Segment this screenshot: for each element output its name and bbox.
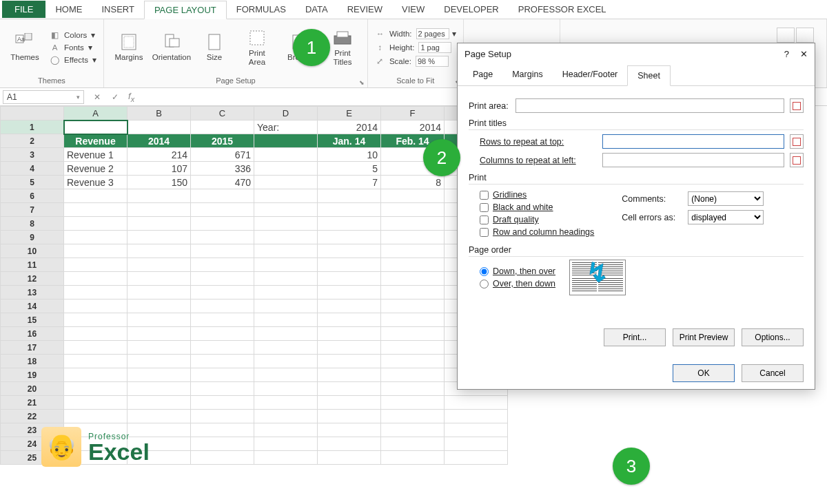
over-down-radio[interactable] — [480, 280, 489, 288]
bw-check[interactable] — [480, 203, 489, 212]
cell-c3[interactable]: 671 — [191, 148, 254, 162]
row-3[interactable]: 3 — [1, 148, 64, 162]
cell-d1[interactable]: Year: — [254, 120, 318, 134]
col-e[interactable]: E — [318, 107, 381, 120]
print-button[interactable]: Print... — [604, 328, 666, 346]
dialog-help-icon[interactable]: ? — [784, 49, 789, 59]
col-c[interactable]: C — [191, 107, 254, 120]
print-area-button[interactable]: Print Area — [238, 27, 276, 67]
group-page-setup-label: Page Setup⬊ — [104, 75, 367, 87]
tab-view[interactable]: VIEW — [392, 1, 434, 18]
col-b[interactable]: B — [127, 107, 191, 120]
cancel-fx-icon[interactable]: ✕ — [88, 92, 106, 102]
page-setup-dialog: Page Setup ? ✕ Page Margins Header/Foote… — [457, 43, 815, 390]
dlg-tab-sheet[interactable]: Sheet — [627, 65, 671, 86]
tab-formulas[interactable]: FORMULAS — [227, 1, 296, 18]
size-button[interactable]: Size — [195, 31, 234, 63]
row-2[interactable]: 2 — [1, 134, 64, 148]
group-scale-to-fit: ↔Width: 2 pages ▾ ↕Height: 1 pag ⤢Scale:… — [368, 19, 464, 87]
cellerrors-select[interactable]: displayed — [688, 210, 764, 224]
tab-page-layout[interactable]: PAGE LAYOUT — [144, 1, 227, 19]
name-box[interactable]: A1 — [3, 90, 84, 104]
dlg-tab-headerfooter[interactable]: Header/Footer — [553, 65, 628, 85]
col-f[interactable]: F — [381, 107, 445, 120]
group-themes: Aa Themes ◧Colors ▾ AFonts ▾ ◯Effects ▾ … — [0, 19, 104, 87]
print-area-input[interactable] — [515, 98, 784, 113]
tab-review[interactable]: REVIEW — [338, 1, 392, 18]
tab-file[interactable]: FILE — [2, 1, 45, 18]
print-preview-button[interactable]: Print Preview — [673, 328, 735, 346]
comments-select[interactable]: (None) — [688, 191, 764, 206]
size-icon — [204, 32, 225, 52]
dialog-close-icon[interactable]: ✕ — [800, 49, 808, 59]
cell-e5[interactable]: 7 — [318, 176, 381, 189]
themes-button[interactable]: Aa Themes — [6, 31, 44, 63]
rows-repeat-input[interactable] — [602, 134, 784, 149]
cell-a2[interactable]: Revenue — [64, 134, 127, 148]
cell-e1[interactable]: 2014 — [318, 120, 381, 134]
colors-btn[interactable]: ◧Colors ▾ — [48, 30, 98, 41]
col-a[interactable]: A — [64, 107, 127, 120]
tab-data[interactable]: DATA — [296, 1, 338, 18]
group-themes-label: Themes — [0, 75, 103, 87]
scale-row[interactable]: ⤢Scale: 98 % — [374, 55, 458, 67]
effects-btn[interactable]: ◯Effects ▾ — [48, 54, 98, 65]
row-4[interactable]: 4 — [1, 162, 64, 176]
height-icon: ↕ — [375, 43, 385, 52]
cell-c2[interactable]: 2015 — [191, 134, 254, 148]
options-button[interactable]: Options... — [742, 328, 804, 346]
callout-2: 2 — [423, 139, 460, 176]
width-row[interactable]: ↔Width: 2 pages ▾ — [374, 28, 458, 40]
comments-label: Comments: — [622, 194, 684, 204]
row-1[interactable]: 1 — [1, 120, 64, 134]
cell-e2[interactable]: Jan. 14 — [318, 134, 381, 148]
cancel-button[interactable]: Cancel — [742, 364, 804, 382]
fonts-icon: A — [50, 43, 60, 52]
fx-icon[interactable]: fx — [124, 91, 139, 103]
print-area-range-icon[interactable] — [790, 98, 804, 113]
cell-e4[interactable]: 5 — [318, 162, 381, 176]
rows-repeat-range-icon[interactable] — [790, 134, 804, 149]
cell-f1[interactable]: 2014 — [381, 120, 445, 134]
tab-developer[interactable]: DEVELOPER — [434, 1, 508, 18]
enter-fx-icon[interactable]: ✓ — [106, 92, 124, 102]
cell-a3[interactable]: Revenue 1 — [64, 148, 127, 162]
margins-button[interactable]: Margins — [110, 31, 148, 63]
cell-a4[interactable]: Revenue 2 — [64, 162, 127, 176]
dlg-tab-margins[interactable]: Margins — [502, 65, 552, 85]
ok-button[interactable]: OK — [673, 364, 735, 382]
cell-e3[interactable]: 10 — [318, 148, 381, 162]
cell-f5[interactable]: 8 — [381, 176, 445, 189]
cell-b2[interactable]: 2014 — [127, 134, 191, 148]
page-setup-launcher-icon[interactable]: ⬊ — [359, 79, 365, 86]
print-area-icon — [247, 28, 267, 48]
rowcol-check[interactable] — [480, 228, 489, 237]
tab-home[interactable]: HOME — [45, 1, 92, 18]
cell-b3[interactable]: 214 — [127, 148, 191, 162]
dlg-tab-page[interactable]: Page — [463, 65, 502, 85]
cellerrors-label: Cell errors as: — [622, 213, 684, 222]
cell-c4[interactable]: 336 — [191, 162, 254, 176]
cell-b5[interactable]: 150 — [127, 176, 191, 189]
down-over-radio[interactable] — [480, 267, 489, 276]
draft-check[interactable] — [480, 216, 489, 224]
tab-professor-excel[interactable]: PROFESSOR EXCEL — [509, 1, 616, 18]
fonts-btn[interactable]: AFonts ▾ — [48, 42, 98, 53]
cell-a1[interactable] — [64, 120, 127, 134]
row-5[interactable]: 5 — [1, 176, 64, 189]
select-all-corner[interactable] — [1, 107, 64, 120]
cell-b4[interactable]: 107 — [127, 162, 191, 176]
print-titles-section: Print titles — [469, 118, 804, 130]
cols-repeat-input[interactable] — [602, 153, 784, 167]
professor-excel-logo: 👴 Professor Excel — [41, 427, 150, 467]
width-icon: ↔ — [375, 29, 385, 39]
orientation-button[interactable]: Orientation — [152, 31, 191, 63]
cell-c5[interactable]: 470 — [191, 176, 254, 189]
gridlines-check[interactable] — [480, 191, 489, 200]
height-row[interactable]: ↕Height: 1 pag — [374, 41, 458, 54]
col-d[interactable]: D — [254, 107, 318, 120]
cell-a5[interactable]: Revenue 3 — [64, 176, 127, 189]
dialog-titlebar[interactable]: Page Setup ? ✕ — [458, 43, 815, 65]
tab-insert[interactable]: INSERT — [92, 1, 143, 18]
cols-repeat-range-icon[interactable] — [790, 153, 804, 167]
